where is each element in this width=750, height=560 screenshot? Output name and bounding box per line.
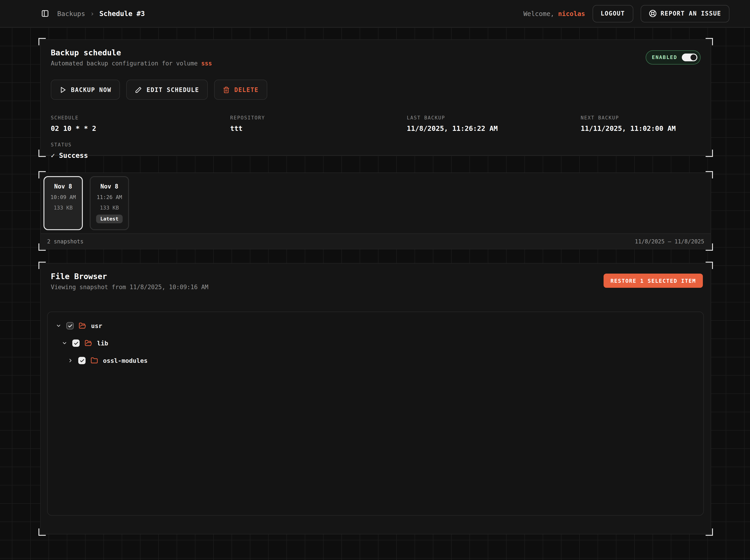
field-label: NEXT BACKUP [581, 115, 700, 120]
file-browser-title: File Browser [51, 272, 700, 281]
lifebuoy-icon [649, 9, 656, 17]
page: Backups › Schedule #3 Welcome, nicolas L… [0, 0, 750, 560]
snapshot-row: Nov 8 10:09 AM 133 KB Nov 8 11:26 AM 133… [41, 173, 711, 234]
field-value: 11/11/2025, 11:02:00 AM [581, 124, 700, 133]
breadcrumb-backups[interactable]: Backups [57, 10, 85, 17]
corner-bracket [38, 262, 46, 269]
backup-schedule-card: Backup schedule Automated backup configu… [40, 39, 711, 156]
file-browser-subtitle: Viewing snapshot from 11/8/2025, 10:09:1… [51, 284, 700, 291]
tree-row-ossl-modules[interactable]: ossl-modules [47, 354, 703, 367]
corner-bracket [706, 171, 713, 178]
field-schedule: SCHEDULE 02 10 * * 2 [51, 115, 230, 133]
snapshot-count: 2 snapshots [47, 238, 83, 244]
schedule-card-heading: Backup schedule Automated backup configu… [51, 48, 212, 67]
sidebar-toggle-button[interactable] [41, 9, 49, 17]
breadcrumb: Backups › Schedule #3 [57, 9, 145, 18]
schedule-card-subtitle: Automated backup configuration for volum… [51, 60, 212, 67]
snapshot-timeline-card: Nov 8 10:09 AM 133 KB Nov 8 11:26 AM 133… [40, 173, 711, 249]
topbar-right-group: Welcome, nicolas LOGOUT REPORT AN ISSUE [524, 5, 730, 22]
latest-badge: Latest [96, 215, 123, 223]
schedule-actions: BACKUP NOW EDIT SCHEDULE DELETE [51, 80, 700, 100]
snapshot-date-range: 11/8/2025 – 11/8/2025 [635, 238, 704, 244]
volume-name: sss [201, 60, 212, 67]
trash-icon [223, 86, 230, 93]
chevron-down-icon[interactable] [56, 323, 61, 328]
report-issue-button[interactable]: REPORT AN ISSUE [640, 5, 729, 22]
breadcrumb-current-page: Schedule #3 [99, 9, 145, 18]
field-next-backup: NEXT BACKUP 11/11/2025, 11:02:00 AM [581, 115, 700, 133]
delete-button[interactable]: DELETE [214, 80, 267, 100]
tree-label-usr: usr [91, 322, 102, 329]
field-value: 11/8/2025, 11:26:22 AM [407, 124, 581, 133]
corner-bracket [706, 149, 713, 157]
file-browser-card: File Browser Viewing snapshot from 11/8/… [40, 263, 711, 534]
status-value: ✓ Success [51, 152, 700, 160]
enabled-toggle[interactable]: ENABLED [646, 50, 700, 64]
snapshot-time: 10:09 AM [44, 194, 82, 200]
play-icon [59, 86, 66, 93]
field-label: REPOSITORY [230, 115, 407, 120]
pencil-icon [135, 86, 142, 93]
edit-schedule-button[interactable]: EDIT SCHEDULE [126, 80, 208, 100]
corner-bracket [38, 171, 46, 178]
status-label: STATUS [51, 142, 700, 147]
tree-row-lib[interactable]: lib [47, 336, 703, 350]
checkbox-lib[interactable] [72, 339, 80, 347]
field-label: SCHEDULE [51, 115, 230, 120]
welcome-text: Welcome, nicolas [524, 10, 585, 17]
tree-label-lib: lib [97, 339, 108, 347]
timeline-footer: 2 snapshots 11/8/2025 – 11/8/2025 [41, 233, 711, 249]
snapshot-card-latest[interactable]: Nov 8 11:26 AM 133 KB Latest [90, 176, 129, 230]
checkbox-ossl-modules[interactable] [78, 357, 85, 364]
field-last-backup: LAST BACKUP 11/8/2025, 11:26:22 AM [407, 115, 581, 133]
field-value: ttt [230, 124, 407, 133]
schedule-info-grid: SCHEDULE 02 10 * * 2 REPOSITORY ttt LAST… [51, 115, 700, 133]
snapshot-date: Nov 8 [91, 183, 128, 190]
field-repository: REPOSITORY ttt [230, 115, 407, 133]
corner-bracket [706, 262, 713, 269]
field-value: 02 10 * * 2 [51, 124, 230, 133]
status-block: STATUS ✓ Success [51, 142, 700, 160]
chevron-down-icon[interactable] [62, 340, 67, 346]
tree-label-ossl-modules: ossl-modules [103, 357, 147, 364]
field-label: LAST BACKUP [407, 115, 581, 120]
username: nicolas [558, 10, 585, 17]
schedule-card-title: Backup schedule [51, 48, 212, 57]
snapshot-date: Nov 8 [44, 183, 82, 190]
top-bar: Backups › Schedule #3 Welcome, nicolas L… [0, 0, 750, 27]
corner-bracket [38, 243, 46, 251]
corner-bracket [38, 38, 46, 45]
backup-now-button[interactable]: BACKUP NOW [51, 80, 120, 100]
snapshot-time: 11:26 AM [91, 194, 128, 200]
corner-bracket [706, 243, 713, 251]
checkbox-usr[interactable] [66, 322, 74, 329]
corner-bracket [706, 38, 713, 45]
folder-icon [91, 357, 98, 364]
file-tree-panel: usr lib [47, 312, 704, 516]
check-icon: ✓ [51, 152, 55, 160]
toggle-knob [691, 55, 696, 60]
snapshot-card-selected[interactable]: Nov 8 10:09 AM 133 KB [43, 176, 83, 230]
corner-bracket [38, 528, 46, 536]
tree-row-usr[interactable]: usr [47, 319, 703, 333]
panel-left-icon [41, 9, 49, 17]
breadcrumb-separator: › [90, 9, 94, 18]
folder-open-icon [85, 339, 92, 347]
snapshot-size: 133 KB [91, 204, 128, 211]
toggle-switch[interactable] [682, 54, 697, 61]
corner-bracket [38, 149, 46, 157]
corner-bracket [706, 528, 713, 536]
restore-selected-button[interactable]: RESTORE 1 SELECTED ITEM [604, 274, 703, 288]
logout-button[interactable]: LOGOUT [592, 5, 633, 22]
chevron-right-icon[interactable] [68, 358, 73, 363]
folder-open-icon [79, 322, 86, 329]
enabled-toggle-label: ENABLED [652, 55, 677, 60]
snapshot-size: 133 KB [44, 204, 82, 211]
